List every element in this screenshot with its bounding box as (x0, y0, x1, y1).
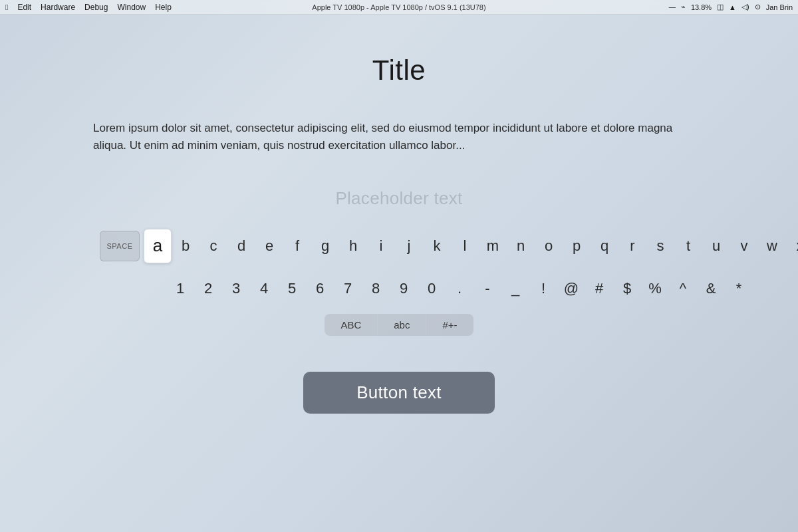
menu-window[interactable]: Window (117, 3, 146, 12)
key-h[interactable]: h (339, 229, 367, 263)
menubar-center-title: Apple TV 1080p - Apple TV 1080p / tvOS 9… (312, 3, 485, 11)
key-k[interactable]: k (423, 229, 451, 263)
key-0[interactable]: 0 (418, 271, 446, 306)
menubar-right: ⸻ ⌁ 13.8% ◫ ▲ ◁) ⊙ Jan Brin (668, 3, 793, 11)
key-1[interactable]: 1 (166, 271, 194, 306)
key-period[interactable]: . (446, 271, 473, 306)
action-button[interactable]: Button text (303, 372, 495, 414)
key-9[interactable]: 9 (390, 271, 418, 306)
key-e[interactable]: e (255, 229, 283, 263)
menubar-battery-percent: 13.8% (691, 3, 712, 11)
key-l[interactable]: l (451, 229, 479, 263)
menu-edit[interactable]: Edit (17, 3, 31, 12)
key-hash[interactable]: # (585, 271, 613, 306)
key-v[interactable]: v (730, 229, 758, 263)
key-a[interactable]: a (144, 229, 172, 263)
key-w[interactable]: w (758, 229, 786, 263)
key-exclaim[interactable]: ! (529, 271, 557, 306)
keyboard-numbers-row: 1 2 3 4 5 6 7 8 9 0 . - _ ! @ # $ % ^ & … (100, 271, 698, 306)
key-4[interactable]: 4 (250, 271, 278, 306)
menubar-left:  Edit Hardware Debug Window Help (5, 3, 172, 12)
menubar-dropbox-icon: ⸻ (668, 3, 676, 11)
switch-symbols[interactable]: #+- (426, 314, 473, 336)
menu-hardware[interactable]: Hardware (41, 3, 75, 12)
key-6[interactable]: 6 (306, 271, 334, 306)
body-text: Lorem ipsum dolor sit amet, consectetur … (93, 120, 705, 155)
key-x[interactable]: x (786, 229, 798, 263)
menubar-display-icon: ◫ (717, 3, 724, 11)
key-2[interactable]: 2 (194, 271, 222, 306)
switch-lowercase[interactable]: abc (377, 314, 426, 336)
placeholder-text: Placeholder text (335, 188, 462, 208)
text-field[interactable]: Placeholder text (200, 188, 598, 209)
key-u[interactable]: u (702, 229, 730, 263)
key-b[interactable]: b (172, 229, 200, 263)
keyboard: SPACE a b c d e f g h i j k l m n o p q … (93, 229, 705, 336)
menubar-time: Jan Brin (766, 3, 793, 11)
key-ampersand[interactable]: & (697, 271, 725, 306)
main-content: Title Lorem ipsum dolor sit amet, consec… (0, 15, 798, 532)
key-f[interactable]: f (283, 229, 311, 263)
key-percent[interactable]: % (641, 271, 669, 306)
menu-apple[interactable]:  (5, 3, 8, 12)
key-c[interactable]: c (200, 229, 227, 263)
key-dash[interactable]: - (473, 271, 501, 306)
menubar-volume-icon: ◁) (741, 3, 749, 11)
key-j[interactable]: j (395, 229, 423, 263)
key-r[interactable]: r (618, 229, 646, 263)
key-7[interactable]: 7 (334, 271, 362, 306)
key-n[interactable]: n (507, 229, 535, 263)
key-q[interactable]: q (591, 229, 618, 263)
key-8[interactable]: 8 (362, 271, 390, 306)
menu-debug[interactable]: Debug (84, 3, 108, 12)
key-5[interactable]: 5 (278, 271, 306, 306)
key-caret[interactable]: ^ (669, 271, 697, 306)
key-dollar[interactable]: $ (613, 271, 641, 306)
keyboard-switch-row: ABC abc #+- (100, 314, 698, 336)
switch-uppercase[interactable]: ABC (325, 314, 377, 336)
menubar:  Edit Hardware Debug Window Help Apple … (0, 0, 798, 15)
key-at[interactable]: @ (557, 271, 585, 306)
key-asterisk[interactable]: * (725, 271, 753, 306)
key-g[interactable]: g (311, 229, 339, 263)
key-t[interactable]: t (674, 229, 702, 263)
key-o[interactable]: o (535, 229, 563, 263)
key-m[interactable]: m (479, 229, 507, 263)
key-i[interactable]: i (367, 229, 395, 263)
menu-help[interactable]: Help (155, 3, 172, 12)
key-s[interactable]: s (646, 229, 674, 263)
key-p[interactable]: p (563, 229, 591, 263)
menubar-wifi-icon: ▲ (729, 3, 736, 11)
key-d[interactable]: d (227, 229, 255, 263)
menubar-battery-icon: ⌁ (681, 3, 686, 11)
menubar-clock-icon: ⊙ (755, 3, 761, 11)
page-title: Title (372, 55, 426, 86)
key-3[interactable]: 3 (222, 271, 250, 306)
key-underscore[interactable]: _ (501, 271, 529, 306)
keyboard-letters-row: SPACE a b c d e f g h i j k l m n o p q … (100, 229, 698, 263)
key-space[interactable]: SPACE (100, 231, 140, 261)
